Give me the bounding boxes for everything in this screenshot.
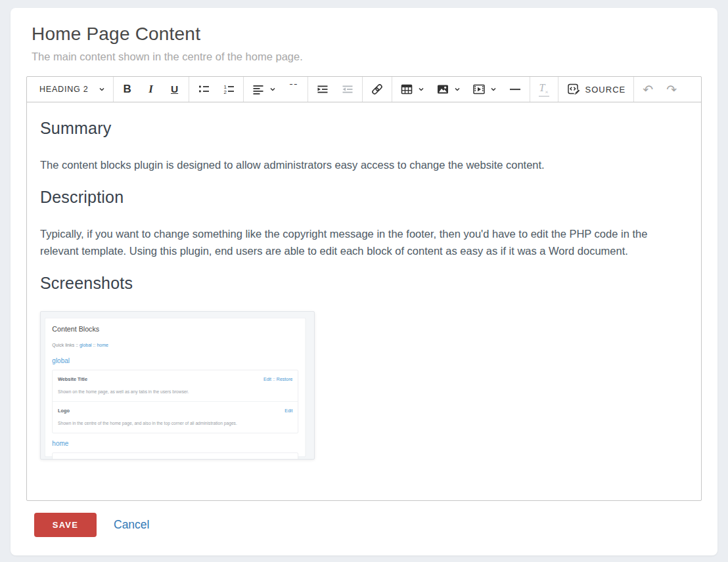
content-heading-description: Description	[40, 188, 688, 205]
mini-group-global: Website Title Shown on the home page, as…	[52, 370, 298, 433]
bold-icon: B	[123, 83, 131, 96]
chevron-down-icon	[418, 86, 424, 93]
horizontal-line-icon	[509, 83, 522, 96]
table-icon	[400, 83, 413, 96]
chevron-down-icon	[269, 86, 276, 93]
chevron-down-icon	[454, 86, 461, 93]
heading-dropdown[interactable]: HEADING 2	[30, 77, 111, 102]
page-title: Home Page Content	[32, 24, 702, 45]
mini-separator: ::	[93, 342, 96, 347]
outdent-button[interactable]	[335, 77, 360, 102]
form-footer: SAVE Cancel	[26, 513, 702, 537]
embedded-screenshot-image[interactable]: Content Blocks Quick links :: global :: …	[40, 311, 315, 460]
content-paragraph: Typically, if you want to change somethi…	[40, 225, 688, 259]
insert-image-dropdown[interactable]	[430, 77, 466, 102]
italic-icon: I	[148, 83, 153, 96]
rich-text-editor: HEADING 2 B I U 12	[26, 76, 702, 501]
insert-table-dropdown[interactable]	[394, 77, 430, 102]
content-block-edit-card: Home Page Content The main content shown…	[11, 8, 717, 555]
align-left-icon	[252, 83, 265, 96]
bulleted-list-icon	[197, 83, 210, 96]
toolbar-separator	[558, 77, 558, 102]
editor-toolbar: HEADING 2 B I U 12	[27, 77, 701, 102]
numbered-list-icon: 12	[222, 83, 235, 96]
remove-format-icon: T×	[539, 82, 549, 97]
mini-content-blocks-panel: Content Blocks Quick links :: global :: …	[45, 318, 306, 457]
mini-row-actions: Edit	[284, 456, 292, 460]
mini-group-heading-global: global	[52, 355, 298, 366]
mini-link-global: global	[80, 342, 92, 347]
remove-format-button[interactable]: T×	[532, 77, 556, 102]
media-icon	[472, 83, 486, 96]
toolbar-separator	[113, 77, 114, 102]
source-button-label: SOURCE	[585, 85, 626, 95]
block-quote-icon: “	[288, 84, 298, 95]
content-heading-screenshots: Screenshots	[40, 274, 688, 292]
mini-group-heading-home: home	[52, 438, 298, 449]
save-button[interactable]: SAVE	[34, 513, 97, 537]
text-alignment-dropdown[interactable]	[246, 77, 282, 102]
insert-media-dropdown[interactable]	[466, 77, 503, 102]
content-paragraph: The content blocks plugin is designed to…	[40, 156, 688, 173]
numbered-list-button[interactable]: 12	[216, 77, 241, 102]
mini-row-logo: Logo Shown in the centre of the home pag…	[53, 401, 298, 433]
chevron-down-icon	[99, 86, 105, 93]
cancel-link[interactable]: Cancel	[114, 518, 149, 532]
link-button[interactable]	[365, 77, 390, 102]
underline-button[interactable]: U	[163, 77, 187, 102]
toolbar-separator	[530, 77, 530, 102]
mini-group-home: Copyright Message Copyright information …	[52, 452, 298, 460]
embedded-screenshot-content: Content Blocks Quick links :: global :: …	[41, 318, 315, 460]
toolbar-separator	[307, 77, 308, 102]
italic-button[interactable]: I	[139, 77, 163, 102]
toolbar-separator	[633, 77, 634, 102]
source-code-icon	[566, 82, 581, 97]
redo-button[interactable]: ↷	[660, 77, 683, 102]
toolbar-separator	[189, 77, 189, 102]
mini-row-actions: Edit :: Restore	[263, 374, 292, 385]
mini-quick-links-label: Quick links	[52, 342, 74, 347]
horizontal-line-button[interactable]	[503, 77, 528, 102]
mini-row-copyright-message: Copyright Message Copyright information …	[53, 453, 298, 460]
mini-separator: ::	[76, 342, 78, 347]
indent-icon	[316, 83, 329, 96]
mini-row-website-title: Website Title Shown on the home page, as…	[53, 370, 298, 401]
chevron-down-icon	[490, 86, 497, 93]
indent-button[interactable]	[310, 77, 335, 102]
underline-icon: U	[171, 83, 178, 95]
mini-panel-title: Content Blocks	[52, 324, 298, 335]
page-header: Home Page Content The main content shown…	[26, 24, 702, 63]
source-button[interactable]: SOURCE	[560, 77, 632, 102]
page-subtitle: The main content shown in the centre of …	[32, 51, 702, 63]
bold-button[interactable]: B	[116, 77, 139, 102]
mini-row-actions: Edit	[284, 405, 292, 416]
heading-dropdown-label: HEADING 2	[35, 85, 94, 94]
editor-content[interactable]: Summary The content blocks plugin is des…	[27, 102, 701, 500]
link-icon	[371, 83, 384, 96]
block-quote-button[interactable]: “	[282, 77, 306, 102]
svg-text:2: 2	[223, 89, 227, 95]
image-icon	[436, 83, 449, 96]
content-heading-summary: Summary	[40, 119, 688, 137]
outdent-icon	[341, 83, 354, 96]
mini-link-home: home	[97, 342, 108, 347]
undo-icon: ↶	[643, 83, 653, 96]
toolbar-separator	[362, 77, 363, 102]
toolbar-separator	[243, 77, 244, 102]
mini-quick-links: Quick links :: global :: home	[52, 339, 298, 351]
undo-button[interactable]: ↶	[636, 77, 660, 102]
redo-icon: ↷	[666, 83, 677, 96]
toolbar-separator	[392, 77, 392, 102]
bulleted-list-button[interactable]	[191, 77, 216, 102]
